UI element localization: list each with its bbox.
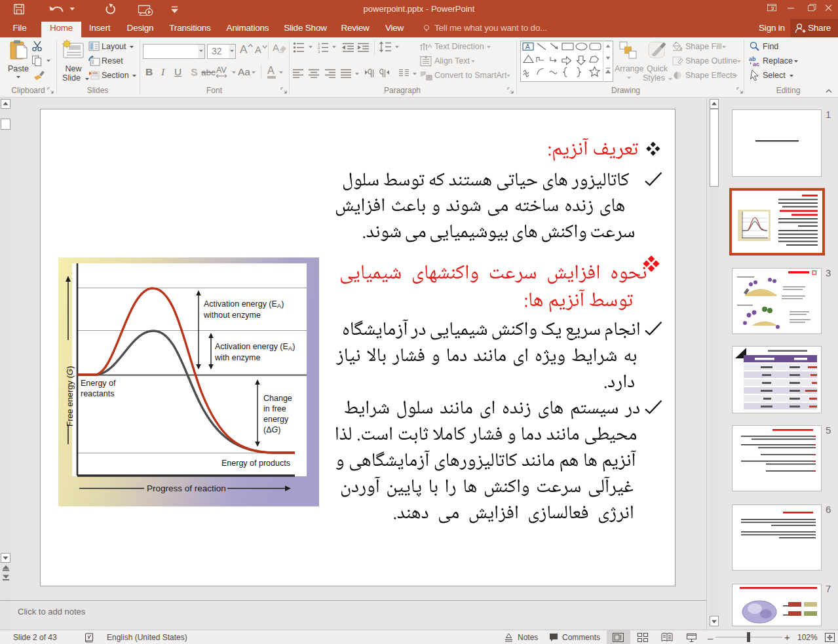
svg-text:ac: ac	[753, 61, 759, 67]
svg-text:Change: Change	[263, 394, 292, 403]
svg-text:Energy of products: Energy of products	[221, 459, 290, 468]
svg-text:3: 3	[318, 50, 320, 53]
svg-text:reactants: reactants	[81, 389, 114, 398]
svg-text:with enzyme: with enzyme	[214, 353, 261, 362]
svg-text:energy: energy	[263, 415, 289, 424]
svg-text:Progress of reaction: Progress of reaction	[147, 483, 226, 493]
svg-text:Free energy (G): Free energy (G)	[65, 366, 75, 426]
svg-text:(ΔG): (ΔG)	[263, 425, 280, 434]
svg-text:Activation energy (EA): Activation energy (EA)	[215, 342, 295, 352]
svg-text:in free: in free	[263, 404, 286, 413]
svg-text:A: A	[428, 43, 432, 49]
svg-text:A: A	[525, 43, 530, 50]
svg-text:without enzyme: without enzyme	[203, 311, 261, 320]
svg-text:Activation energy (EA): Activation energy (EA)	[204, 299, 284, 309]
svg-text:Energy of: Energy of	[81, 379, 116, 388]
